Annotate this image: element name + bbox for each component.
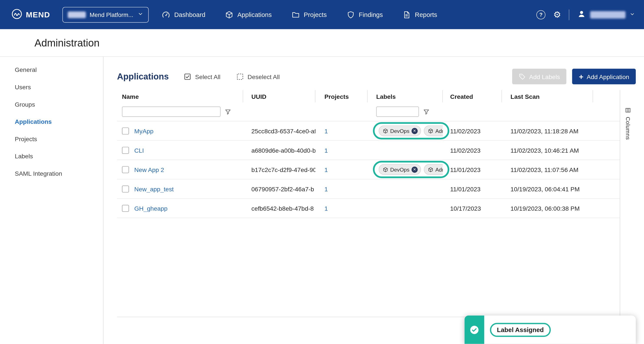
created-cell: 11/02/2023	[443, 147, 502, 153]
row-checkbox[interactable]	[122, 185, 129, 192]
applications-table: Name UUID Projects Labels Created Last S…	[117, 90, 620, 218]
add-labels-button[interactable]: Add Labels	[512, 69, 566, 84]
projects-count-link[interactable]: 1	[324, 147, 328, 153]
last-scan-cell: 11/02/2023, 11:18:28 AM	[502, 127, 593, 134]
dashboard-icon	[162, 11, 170, 19]
label-chip-text: DevOps	[390, 128, 410, 134]
add-application-button[interactable]: + Add Application	[572, 69, 636, 84]
column-header-last-scan: Last Scan	[502, 90, 593, 102]
org-selector-label: Mend Platform...	[90, 11, 133, 18]
toast-body: Label Assigned	[484, 315, 551, 344]
remove-label-icon[interactable]: ✕	[412, 166, 418, 173]
labels-cell: DevOps ✕ Adm	[368, 164, 443, 175]
created-cell: 10/17/2023	[443, 205, 502, 212]
filter-funnel-icon[interactable]	[423, 108, 430, 115]
deselect-all-button[interactable]: Deselect All	[236, 73, 280, 80]
nav-item-projects[interactable]: Projects	[292, 11, 327, 19]
nav-label: Dashboard	[174, 11, 205, 18]
column-header-projects: Projects	[316, 90, 368, 102]
label-chip-text: Adm	[436, 128, 443, 134]
projects-count-link[interactable]: 1	[324, 185, 328, 192]
label-chip-devops[interactable]: DevOps ✕	[378, 164, 421, 175]
label-chip-group: DevOps ✕ Adm	[378, 164, 442, 175]
sidebar-item-applications[interactable]: Applications	[0, 113, 103, 130]
toast-message: Label Assigned	[497, 326, 544, 333]
folder-icon	[292, 11, 300, 19]
column-header-labels: Labels	[368, 90, 443, 102]
column-header-created: Created	[443, 90, 502, 102]
table-row: MyApp 25cc8cd3-6537-4ce0-af 1 DevOps ✕	[117, 121, 620, 141]
table-row: New_app_test 06790957-2bf2-46a7-b 1 11/0…	[117, 179, 620, 199]
mend-logo-icon	[12, 9, 22, 21]
remove-label-icon[interactable]: ✕	[412, 128, 418, 134]
sidebar-item-saml-integration[interactable]: SAML Integration	[0, 165, 103, 182]
content-area: General Users Groups Applications Projec…	[0, 57, 644, 344]
org-selector-dropdown[interactable]: Mend Platform...	[62, 7, 149, 22]
add-application-label: Add Application	[587, 73, 629, 80]
nav-item-applications[interactable]: Applications	[225, 11, 272, 19]
select-all-label: Select All	[195, 73, 220, 80]
label-chip-text: Adm	[436, 166, 443, 173]
columns-panel-toggle[interactable]: Columns	[620, 90, 635, 317]
app-name-link[interactable]: MyApp	[134, 127, 153, 134]
app-name-link[interactable]: New_app_test	[134, 185, 174, 192]
row-checkbox[interactable]	[122, 205, 129, 212]
row-checkbox[interactable]	[122, 166, 129, 173]
app-name-link[interactable]: CLI	[134, 147, 144, 153]
help-icon[interactable]: ?	[536, 10, 546, 19]
sidebar-item-projects[interactable]: Projects	[0, 130, 103, 147]
report-document-icon	[403, 11, 411, 19]
navbar-divider	[569, 9, 569, 20]
sidebar-item-groups[interactable]: Groups	[0, 95, 103, 113]
columns-grid-icon	[625, 107, 631, 113]
nav-label: Findings	[359, 11, 383, 18]
created-cell: 11/01/2023	[443, 166, 502, 173]
name-filter-input[interactable]	[122, 107, 221, 117]
uuid-cell: b17c2c7c-d2f9-47ed-90	[243, 166, 315, 173]
sidebar-item-general[interactable]: General	[0, 61, 103, 78]
cube-icon	[428, 167, 434, 172]
brand-name: MEND	[26, 10, 50, 19]
label-chip-text: DevOps	[390, 166, 410, 173]
label-chip-admin[interactable]: Adm	[424, 125, 443, 136]
shield-icon	[346, 11, 355, 19]
label-chip-devops[interactable]: DevOps ✕	[378, 125, 421, 136]
table-filter-row	[117, 102, 620, 121]
tag-icon	[519, 73, 526, 80]
projects-count-link[interactable]: 1	[324, 205, 328, 212]
page-header: Administration	[0, 29, 644, 57]
nav-item-findings[interactable]: Findings	[346, 11, 383, 19]
label-chip-admin[interactable]: Adm	[424, 164, 443, 175]
projects-count-link[interactable]: 1	[324, 166, 328, 173]
page-title: Administration	[34, 37, 100, 49]
section-heading: Applications	[117, 72, 169, 81]
sidebar-item-users[interactable]: Users	[0, 78, 103, 96]
app-name-link[interactable]: GH_gheapp	[134, 205, 168, 212]
uuid-cell: a6809d6e-a00b-40d0-b	[243, 147, 315, 153]
columns-panel-label: Columns	[625, 117, 631, 140]
filter-funnel-icon[interactable]	[225, 108, 231, 115]
navbar-right: ? ⚙	[536, 9, 635, 20]
toast-message-highlight-annotation: Label Assigned	[490, 323, 551, 337]
label-chip-group: DevOps ✕ Adm	[378, 125, 442, 136]
toast-accent-bar	[464, 315, 484, 344]
labels-filter-input[interactable]	[376, 107, 419, 117]
created-cell: 11/02/2023	[443, 127, 502, 134]
sidebar-item-labels[interactable]: Labels	[0, 147, 103, 165]
add-labels-label: Add Labels	[529, 73, 560, 80]
column-header-actions	[593, 90, 620, 102]
nav-item-reports[interactable]: Reports	[403, 11, 437, 19]
user-menu[interactable]	[577, 9, 635, 20]
nav-item-dashboard[interactable]: Dashboard	[162, 11, 205, 19]
select-all-button[interactable]: Select All	[184, 73, 220, 80]
row-checkbox[interactable]	[122, 127, 129, 134]
uuid-cell: 06790957-2bf2-46a7-b	[243, 185, 315, 192]
gear-icon[interactable]: ⚙	[553, 10, 561, 19]
table-header-row: Name UUID Projects Labels Created Last S…	[117, 90, 620, 102]
mend-logo[interactable]: MEND	[12, 9, 50, 21]
projects-count-link[interactable]: 1	[324, 127, 328, 134]
last-scan-cell: 10/19/2023, 06:04:41 PM	[502, 185, 593, 192]
row-checkbox[interactable]	[122, 147, 129, 153]
app-name-link[interactable]: New App 2	[134, 166, 164, 173]
nav-label: Projects	[304, 11, 327, 18]
